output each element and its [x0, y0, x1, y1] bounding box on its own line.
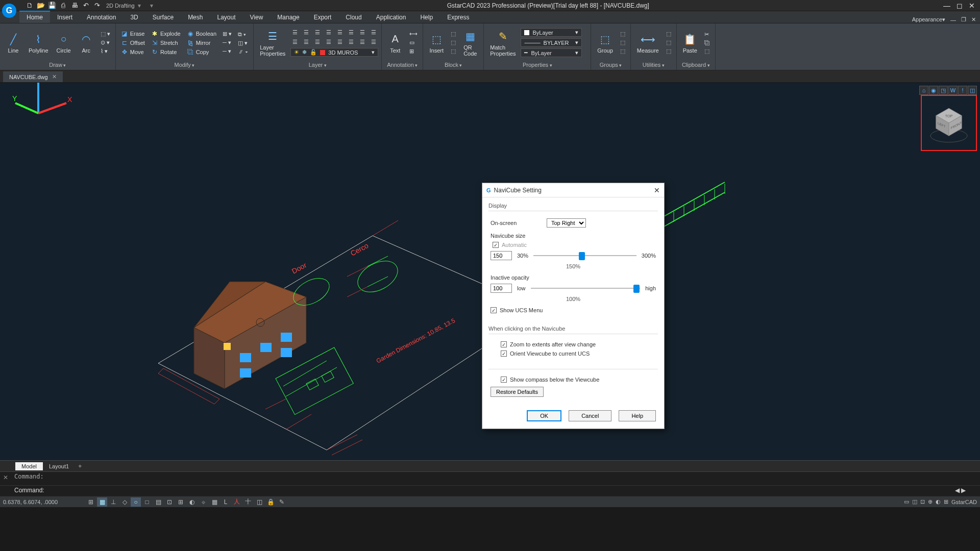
show-ucs-checkbox[interactable]: ✓ [491, 307, 497, 313]
cmd-right-arrow[interactable]: ▶ [961, 487, 966, 494]
layout1-tab[interactable]: Layout1 [43, 462, 75, 470]
dim-1[interactable]: ⟷ [407, 30, 420, 38]
layer-tool-6[interactable]: ☰ [347, 38, 356, 46]
circle-button[interactable]: ○Circle [54, 31, 74, 55]
modify-mini-1[interactable]: ⊞ ▾ [220, 30, 234, 38]
open-icon[interactable]: 📂 [37, 2, 45, 10]
status-toggle-18[interactable]: ✎ [277, 497, 287, 507]
status-toggle-10[interactable]: ◐ [187, 497, 197, 507]
dialog-close-icon[interactable]: ✕ [654, 186, 660, 194]
tab-application[interactable]: Application [369, 12, 413, 23]
status-toggle-15[interactable]: 十 [243, 497, 253, 507]
layer-tool-1[interactable]: ☰ [290, 38, 300, 46]
tab-express[interactable]: Express [440, 12, 476, 23]
rotate-button[interactable]: ↻Rotate [149, 48, 183, 56]
dim-3[interactable]: ⊞ [407, 47, 420, 55]
tab-manage[interactable]: Manage [270, 12, 306, 23]
tab-cloud[interactable]: Cloud [338, 12, 369, 23]
automatic-checkbox[interactable]: ✓ [493, 242, 499, 248]
text-button[interactable]: AText [385, 31, 405, 55]
ok-button[interactable]: OK [527, 410, 561, 421]
compass-checkbox[interactable]: ✓ [501, 377, 507, 383]
layer-tool-8[interactable]: ☰ [369, 38, 378, 46]
stretch-button[interactable]: ⇲Stretch [149, 39, 183, 47]
util-2[interactable]: ⬚ [664, 39, 673, 46]
modify-mini-5[interactable]: ◫ ▾ [236, 39, 250, 47]
status-right-3[interactable]: ⊡ [920, 498, 925, 505]
app-logo[interactable]: G [2, 4, 16, 18]
status-toggle-1[interactable]: ⊞ [86, 497, 96, 507]
minimize2-icon[interactable]: — [950, 17, 956, 23]
grp-2[interactable]: ⬚ [618, 39, 627, 46]
layer-icon-1[interactable]: ☰ [290, 29, 300, 36]
layer-icon-8[interactable]: ☰ [369, 29, 378, 36]
opacity-slider[interactable] [531, 284, 641, 293]
opacity-input[interactable] [491, 284, 512, 293]
new-icon[interactable]: 🗋 [26, 2, 34, 10]
group-button[interactable]: ⬚Group [594, 31, 616, 55]
on-screen-select[interactable]: Top Right [547, 218, 586, 228]
move-button[interactable]: ✥Move [119, 48, 147, 56]
tab-export[interactable]: Export [307, 12, 339, 23]
clip-1[interactable]: ✂ [702, 31, 712, 38]
status-right-1[interactable]: ▭ [904, 498, 909, 505]
layer-icon-4[interactable]: ☰ [324, 29, 333, 36]
modify-mini-3[interactable]: ─ ▾ [220, 47, 234, 55]
erase-button[interactable]: ◪Erase [119, 30, 147, 38]
doc-tab[interactable]: NAVCUBE.dwg ✕ [3, 71, 63, 82]
saveas-icon[interactable]: ⎙ [59, 2, 67, 10]
status-toggle-17[interactable]: 🔒 [265, 497, 276, 507]
mirror-button[interactable]: ⧎Mirror [185, 39, 218, 47]
modify-mini-4[interactable]: ⧉ ▾ [236, 31, 250, 38]
status-toggle-16[interactable]: ◫ [254, 497, 264, 507]
layer-tool-7[interactable]: ☰ [358, 38, 367, 46]
layer-tool-5[interactable]: ☰ [335, 38, 345, 46]
layer-icon-3[interactable]: ☰ [313, 29, 322, 36]
tab-surface[interactable]: Surface [145, 12, 181, 23]
add-layout-icon[interactable]: + [75, 463, 85, 470]
minimize-icon[interactable]: — [943, 2, 950, 10]
status-toggle-8[interactable]: ⊡ [164, 497, 175, 507]
maximize-icon[interactable]: ◻ [957, 2, 963, 10]
cmd-left-arrow[interactable]: ◀ [955, 487, 960, 494]
cancel-button[interactable]: Cancel [569, 410, 611, 421]
status-toggle-6[interactable]: □ [142, 497, 152, 507]
grp-3[interactable]: ⬚ [618, 47, 627, 55]
util-1[interactable]: ⬚ [664, 30, 673, 38]
tab-help[interactable]: Help [413, 12, 440, 23]
status-toggle-3[interactable]: ⊥ [108, 497, 118, 507]
status-toggle-5[interactable]: ○ [131, 497, 141, 507]
linetype-dropdown[interactable]: ────BYLAYER▾ [521, 38, 582, 47]
dim-2[interactable]: ▭ [407, 39, 420, 46]
undo-icon[interactable]: ↶ [82, 2, 90, 10]
tab-view[interactable]: View [243, 12, 271, 23]
close2-icon[interactable]: ✕ [971, 16, 976, 23]
draw-mini-3[interactable]: ⌇ ▾ [99, 47, 112, 55]
status-toggle-7[interactable]: ▤ [153, 497, 163, 507]
zoom-extents-checkbox[interactable]: ✓ [501, 341, 507, 347]
layer-tool-4[interactable]: ☰ [324, 38, 333, 46]
layer-dropdown[interactable]: ☀❄🔓 3D MUROS ▾ [290, 48, 378, 57]
appearance-menu[interactable]: Appearance▾ [912, 16, 945, 23]
tab-layout[interactable]: Layout [210, 12, 242, 23]
layer-icon-7[interactable]: ☰ [358, 29, 367, 36]
status-right-2[interactable]: ◫ [912, 498, 917, 505]
offset-button[interactable]: ⊏Offset [119, 39, 147, 47]
arc-button[interactable]: ◠Arc [76, 31, 96, 55]
match-properties-button[interactable]: ✎Match Properties [487, 28, 519, 58]
lineweight-dropdown[interactable]: ━ByLayer▾ [521, 48, 582, 57]
command-line[interactable]: ✕ Command: Command: ◀ ▶ [0, 471, 980, 496]
command-prompt[interactable]: Command: [14, 487, 44, 494]
layer-tool-3[interactable]: ☰ [313, 38, 322, 46]
paste-button[interactable]: 📋Paste [680, 31, 700, 55]
tab-home[interactable]: Home [19, 11, 50, 23]
modify-mini-6[interactable]: ⫽ ▾ [236, 48, 250, 55]
status-right-6[interactable]: ⊞ [944, 498, 948, 505]
drawing-canvas[interactable]: Door Cerco Garden Dimensions: 10.85, 13.… [0, 83, 980, 460]
cmdline-close-icon[interactable]: ✕ [3, 474, 8, 481]
util-3[interactable]: ⬚ [664, 47, 673, 55]
insert-button[interactable]: ⬚Insert [426, 31, 447, 55]
tab-3d[interactable]: 3D [123, 12, 145, 23]
line-button[interactable]: ╱Line [3, 31, 23, 55]
grp-1[interactable]: ⬚ [618, 30, 627, 38]
